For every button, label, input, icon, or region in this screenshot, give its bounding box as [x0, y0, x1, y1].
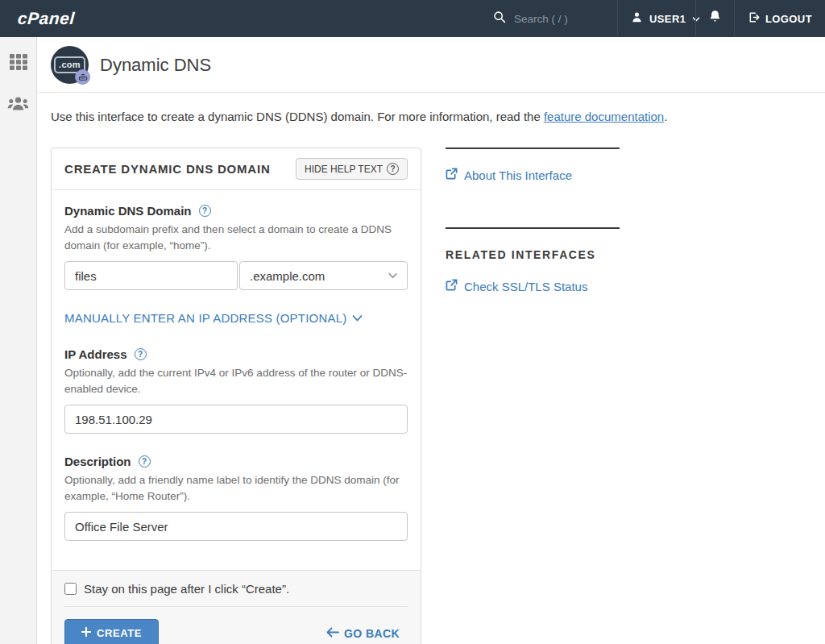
- right-column: About This Interface RELATED INTERFACES …: [446, 147, 620, 644]
- left-sidebar: [0, 37, 37, 644]
- top-navbar: cPanel USER1 LOGOUT: [0, 0, 825, 37]
- external-link-icon: [446, 279, 458, 293]
- aside-divider-top: [446, 147, 620, 149]
- stay-on-page-label: Stay on this page after I click “Create”…: [84, 582, 289, 596]
- domain-select[interactable]: .example.com: [239, 261, 408, 290]
- related-interfaces-heading: RELATED INTERFACES: [446, 248, 620, 261]
- plus-icon: [81, 627, 91, 639]
- description-input[interactable]: [64, 512, 408, 541]
- notifications-button[interactable]: [695, 0, 734, 37]
- description-field-group: Description ? Optionally, add a friendly…: [64, 455, 408, 541]
- users-group-icon: [7, 95, 29, 116]
- card-body: Dynamic DNS Domain ? Add a subdomain pre…: [52, 190, 421, 570]
- stay-on-page-row: Stay on this page after I click “Create”…: [64, 582, 408, 607]
- user-menu[interactable]: USER1: [617, 0, 695, 37]
- intro-text: Use this interface to create a dynamic D…: [51, 110, 544, 123]
- stay-on-page-checkbox[interactable]: [64, 583, 77, 595]
- check-ssl-link[interactable]: Check SSL/TLS Status: [446, 279, 620, 293]
- card-header: CREATE DYNAMIC DNS DOMAIN HIDE HELP TEXT…: [52, 148, 421, 190]
- external-link-icon: [446, 168, 458, 182]
- domain-field-group: Dynamic DNS Domain ? Add a subdomain pre…: [64, 204, 408, 290]
- select-caret-icon: [388, 271, 397, 280]
- form-actions: CREATE GO BACK: [64, 619, 408, 644]
- about-interface-link[interactable]: About This Interface: [446, 168, 620, 182]
- description-help-icon[interactable]: ?: [139, 455, 151, 467]
- check-ssl-label: Check SSL/TLS Status: [464, 280, 587, 293]
- help-circle-icon: ?: [387, 163, 399, 175]
- cpanel-logo-text: cPanel: [17, 9, 75, 28]
- feature-documentation-link[interactable]: feature documentation: [544, 110, 664, 123]
- create-button[interactable]: CREATE: [64, 619, 159, 644]
- hide-help-label: HIDE HELP TEXT: [305, 164, 383, 175]
- go-back-link[interactable]: GO BACK: [326, 627, 400, 640]
- content-columns: CREATE DYNAMIC DNS DOMAIN HIDE HELP TEXT…: [38, 123, 825, 644]
- chevron-down-icon: [352, 311, 363, 325]
- create-button-label: CREATE: [97, 627, 142, 639]
- description-help-text: Optionally, add a friendly name label to…: [64, 472, 408, 504]
- card-title: CREATE DYNAMIC DNS DOMAIN: [64, 162, 271, 176]
- dynamic-dns-app-icon: .com: [51, 46, 89, 84]
- bell-icon: [708, 10, 722, 27]
- user-name: USER1: [649, 13, 686, 25]
- sidebar-item-users[interactable]: [8, 95, 29, 116]
- intro-period: .: [664, 110, 667, 123]
- about-interface-label: About This Interface: [464, 168, 572, 182]
- aside-divider-related: [446, 227, 620, 229]
- go-back-label: GO BACK: [344, 627, 400, 640]
- cpanel-logo[interactable]: cPanel: [0, 0, 93, 37]
- user-icon: [631, 11, 643, 27]
- ip-help-text: Optionally, add the current IPv4 or IPv6…: [64, 365, 408, 397]
- search-input[interactable]: [514, 13, 603, 25]
- domain-help-text: Add a subdomain prefix and then select a…: [64, 222, 408, 253]
- ip-label: IP Address: [64, 347, 127, 361]
- logout-icon: [748, 11, 761, 27]
- manual-ip-label: MANUALLY ENTER AN IP ADDRESS (OPTIONAL): [64, 311, 346, 325]
- domain-help-icon[interactable]: ?: [199, 205, 211, 217]
- domain-label: Dynamic DNS Domain: [64, 204, 192, 218]
- logout-button[interactable]: LOGOUT: [734, 0, 825, 37]
- arrow-left-icon: [326, 627, 339, 640]
- ip-address-input[interactable]: [64, 405, 408, 434]
- card-footer: Stay on this page after I click “Create”…: [52, 570, 421, 644]
- logout-label: LOGOUT: [765, 13, 812, 25]
- ip-help-icon[interactable]: ?: [135, 348, 147, 360]
- domain-select-value: .example.com: [250, 269, 325, 283]
- sidebar-item-home[interactable]: [8, 53, 29, 74]
- main-content: .com Dynamic DNS Use this interface to c…: [38, 37, 825, 644]
- description-label: Description: [64, 455, 131, 468]
- ip-field-group: IP Address ? Optionally, add the current…: [64, 347, 408, 434]
- grid-icon: [9, 52, 28, 75]
- create-ddns-card: CREATE DYNAMIC DNS DOMAIN HIDE HELP TEXT…: [51, 147, 421, 644]
- subdomain-input[interactable]: [64, 261, 238, 290]
- intro-paragraph: Use this interface to create a dynamic D…: [38, 93, 825, 123]
- router-badge-icon: [75, 69, 90, 85]
- manual-ip-toggle[interactable]: MANUALLY ENTER AN IP ADDRESS (OPTIONAL): [64, 311, 408, 325]
- page-title: Dynamic DNS: [100, 55, 211, 76]
- navbar-search[interactable]: [480, 0, 617, 37]
- navbar-spacer: [93, 0, 480, 37]
- page-header: .com Dynamic DNS: [38, 37, 825, 93]
- hide-help-text-button[interactable]: HIDE HELP TEXT ?: [296, 158, 408, 180]
- search-icon: [493, 10, 506, 27]
